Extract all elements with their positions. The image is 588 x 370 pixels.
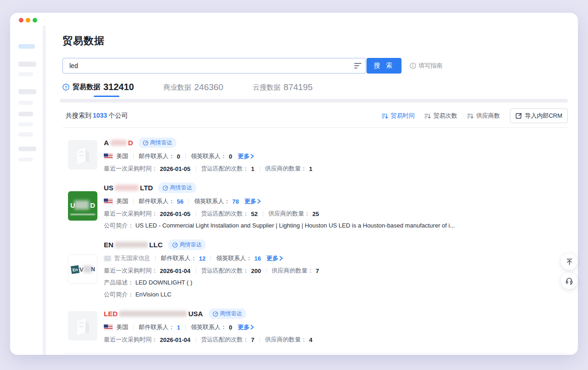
purchase-time-value: 2026-01-05 <box>160 211 191 217</box>
sidebar-divider <box>43 26 46 355</box>
tab-trade-data[interactable]: ? 贸易数据 312410 <box>62 82 134 93</box>
chevron-right-icon <box>257 199 261 204</box>
result-tabs: ? 贸易数据 312410 商业数据 246360 云搜数据 874195 <box>62 82 568 93</box>
company-logo: En V N <box>68 254 97 284</box>
search-box <box>62 58 366 74</box>
freight-match-value: 7 <box>251 336 254 343</box>
email-contacts-label: 邮件联系人： <box>139 152 175 160</box>
search-button[interactable]: 搜 索 <box>367 58 401 74</box>
chevron-right-icon <box>279 256 283 261</box>
sidebar-skeleton-item <box>18 158 33 161</box>
search-input[interactable] <box>63 62 350 69</box>
info-icon <box>410 63 416 69</box>
company-row: LEDUSA 商情雷达 美国 邮件联系人：1 领英联系人：0 <box>62 299 568 344</box>
import-icon <box>515 113 522 119</box>
radar-badge[interactable]: 商情雷达 <box>168 239 206 250</box>
supplier-count-value: 7 <box>316 268 319 274</box>
filter-icon[interactable] <box>350 58 366 73</box>
company-logo: U D <box>68 191 97 221</box>
product-desc-value: LED DOWNLIGHT ( ) <box>136 279 192 286</box>
company-logo-placeholder <box>68 140 97 170</box>
supplier-count-value: 25 <box>312 211 319 217</box>
radar-icon <box>143 140 148 146</box>
logo-letter: D <box>90 201 95 209</box>
purchase-time-label: 最近一次采购时间： <box>104 210 158 218</box>
company-list: AD 商情雷达 美国 邮件联系人：0 领英联系人：0 <box>62 128 568 353</box>
sidebar-item-active[interactable] <box>18 44 35 49</box>
more-link[interactable]: 更多 <box>237 152 254 160</box>
us-flag-icon <box>104 154 113 159</box>
search-row: 搜 索 填写指南 <box>62 58 568 74</box>
supplier-count-label: 供应商的数量： <box>268 210 310 218</box>
radar-badge[interactable]: 商情雷达 <box>139 137 176 148</box>
import-crm-button[interactable]: 导入内部CRM <box>510 108 568 123</box>
sort-supplier-count[interactable]: 供应商数 <box>467 112 500 120</box>
radar-badge[interactable]: 商情雷达 <box>209 308 246 319</box>
sidebar-skeleton-item <box>18 72 33 76</box>
sidebar-skeleton-item <box>18 147 36 151</box>
radar-icon <box>163 185 168 191</box>
company-logo-placeholder <box>68 311 97 341</box>
window-controls <box>19 18 37 23</box>
no-country-label: 暂无国家信息 <box>114 254 150 262</box>
tab-cloud-search-data[interactable]: 云搜数据 874195 <box>253 82 312 93</box>
freight-match-label: 货运匹配的次数： <box>201 165 249 173</box>
sort-trade-count[interactable]: 贸易次数 <box>424 112 457 120</box>
chevron-right-icon <box>250 154 254 159</box>
tab-label: 贸易数据 <box>73 83 100 91</box>
country-label: 美国 <box>116 152 128 160</box>
customer-service-button[interactable] <box>561 273 577 289</box>
results-count: 1033 <box>91 112 108 119</box>
active-tab-underline <box>94 96 119 97</box>
us-flag-icon <box>104 199 113 205</box>
radar-badge[interactable]: 商情雷达 <box>158 182 196 193</box>
supplier-count-label: 供应商的数量： <box>271 267 313 275</box>
supplier-count-value: 4 <box>309 336 312 343</box>
more-link[interactable]: 更多 <box>266 254 283 262</box>
supplier-count-label: 供应商的数量： <box>265 165 307 173</box>
freight-match-value: 200 <box>251 268 261 274</box>
sort-icon <box>467 113 474 119</box>
company-intro-label: 公司简介： <box>104 222 134 229</box>
back-to-top-button[interactable] <box>561 253 577 270</box>
email-contacts-value[interactable]: 56 <box>177 198 183 205</box>
close-window-button[interactable] <box>19 18 23 23</box>
freight-match-label: 货运匹配的次数： <box>201 336 249 344</box>
email-contacts-value[interactable]: 12 <box>199 255 205 262</box>
linkedin-contacts-value[interactable]: 16 <box>254 255 260 262</box>
tab-business-data[interactable]: 商业数据 246360 <box>164 82 223 93</box>
purchase-time-label: 最近一次采购时间： <box>104 267 158 275</box>
email-contacts-value: 0 <box>177 153 180 160</box>
purchase-time-value: 2026-01-05 <box>160 165 191 172</box>
sidebar <box>18 44 37 168</box>
linkedin-contacts-label: 领英联系人： <box>191 323 226 331</box>
tab-count: 874195 <box>283 82 312 92</box>
linkedin-contacts-value: 0 <box>229 324 232 331</box>
us-flag-icon <box>104 324 113 330</box>
radar-icon <box>172 242 178 248</box>
company-name[interactable]: AD <box>104 139 133 147</box>
email-contacts-value[interactable]: 1 <box>177 324 180 331</box>
linkedin-contacts-value[interactable]: 78 <box>232 198 238 205</box>
purchase-time-value: 2026-01-04 <box>160 268 191 274</box>
svg-text:?: ? <box>65 85 67 90</box>
company-name[interactable]: ENLLC <box>104 241 163 249</box>
company-name[interactable]: USLTD <box>104 184 153 192</box>
country-label: 美国 <box>116 197 128 205</box>
maximize-window-button[interactable] <box>33 18 37 23</box>
horizontal-scrollbar-track[interactable] <box>60 99 568 102</box>
sort-trade-time[interactable]: 贸易时间 <box>382 112 414 120</box>
help-circle-icon: ? <box>62 84 69 91</box>
headset-icon <box>565 277 573 285</box>
purchase-time-value: 2026-01-04 <box>160 336 191 343</box>
more-link[interactable]: 更多 <box>237 323 254 331</box>
no-flag-icon <box>104 256 111 262</box>
tab-count: 312410 <box>103 82 134 92</box>
fill-guide-link[interactable]: 填写指南 <box>410 62 442 70</box>
sidebar-skeleton-item <box>18 132 33 137</box>
company-row: AD 商情雷达 美国 邮件联系人：0 领英联系人：0 <box>62 128 568 173</box>
company-name[interactable]: LEDUSA <box>104 310 203 318</box>
more-link[interactable]: 更多 <box>244 197 261 205</box>
minimize-window-button[interactable] <box>26 18 30 23</box>
product-desc-label: 产品描述： <box>104 279 134 286</box>
